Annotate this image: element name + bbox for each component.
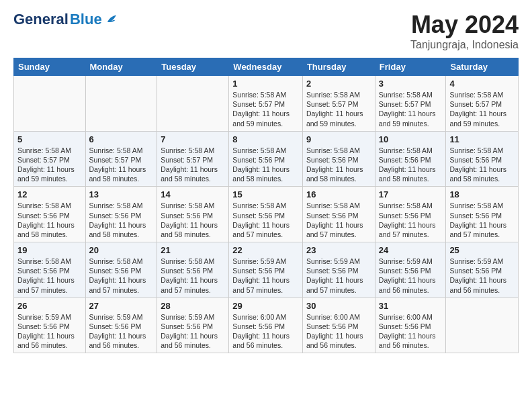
- table-row: 1Sunrise: 5:58 AMSunset: 5:57 PMDaylight…: [229, 76, 303, 132]
- calendar-header-row: Sunday Monday Tuesday Wednesday Thursday…: [14, 58, 519, 76]
- day-info: Sunrise: 5:59 AMSunset: 5:56 PMDaylight:…: [232, 257, 299, 295]
- day-number: 12: [17, 189, 82, 199]
- day-info: Sunrise: 5:58 AMSunset: 5:56 PMDaylight:…: [89, 257, 154, 295]
- day-info: Sunrise: 5:58 AMSunset: 5:56 PMDaylight:…: [17, 257, 82, 295]
- day-number: 5: [17, 134, 82, 144]
- table-row: 18Sunrise: 5:58 AMSunset: 5:56 PMDayligh…: [446, 187, 519, 242]
- day-info: Sunrise: 5:58 AMSunset: 5:56 PMDaylight:…: [449, 201, 515, 239]
- day-number: 15: [232, 189, 299, 199]
- day-info: Sunrise: 5:59 AMSunset: 5:56 PMDaylight:…: [449, 257, 515, 295]
- day-number: 1: [232, 79, 299, 89]
- table-row: 16Sunrise: 5:58 AMSunset: 5:56 PMDayligh…: [302, 187, 375, 242]
- col-saturday: Saturday: [446, 58, 519, 76]
- day-number: 28: [161, 301, 225, 311]
- day-info: Sunrise: 5:59 AMSunset: 5:56 PMDaylight:…: [379, 257, 443, 295]
- col-wednesday: Wednesday: [229, 58, 303, 76]
- day-number: 11: [449, 134, 515, 144]
- table-row: [14, 76, 86, 132]
- table-row: 5Sunrise: 5:58 AMSunset: 5:57 PMDaylight…: [14, 131, 86, 187]
- day-info: Sunrise: 5:58 AMSunset: 5:56 PMDaylight:…: [379, 146, 443, 184]
- day-info: Sunrise: 5:58 AMSunset: 5:57 PMDaylight:…: [306, 90, 371, 128]
- day-number: 26: [17, 301, 82, 311]
- calendar-week-row: 1Sunrise: 5:58 AMSunset: 5:57 PMDaylight…: [14, 76, 519, 132]
- day-info: Sunrise: 6:00 AMSunset: 5:56 PMDaylight:…: [379, 312, 443, 351]
- table-row: 13Sunrise: 5:58 AMSunset: 5:56 PMDayligh…: [85, 187, 157, 242]
- location: Tanjungraja, Indonesia: [410, 39, 519, 51]
- day-number: 16: [306, 189, 371, 199]
- day-number: 9: [306, 134, 371, 144]
- day-number: 29: [232, 301, 299, 311]
- col-tuesday: Tuesday: [157, 58, 229, 76]
- day-info: Sunrise: 5:58 AMSunset: 5:57 PMDaylight:…: [379, 90, 443, 128]
- table-row: [157, 76, 229, 132]
- col-friday: Friday: [375, 58, 446, 76]
- table-row: 9Sunrise: 5:58 AMSunset: 5:56 PMDaylight…: [302, 131, 375, 187]
- col-sunday: Sunday: [14, 58, 86, 76]
- logo-bird-icon: [103, 12, 118, 27]
- day-number: 8: [232, 134, 299, 144]
- day-info: Sunrise: 5:59 AMSunset: 5:56 PMDaylight:…: [17, 312, 82, 351]
- table-row: 28Sunrise: 5:59 AMSunset: 5:56 PMDayligh…: [157, 298, 229, 353]
- table-row: 19Sunrise: 5:58 AMSunset: 5:56 PMDayligh…: [14, 242, 86, 298]
- day-info: Sunrise: 5:59 AMSunset: 5:56 PMDaylight:…: [89, 312, 154, 351]
- day-number: 31: [379, 301, 443, 311]
- table-row: 7Sunrise: 5:58 AMSunset: 5:57 PMDaylight…: [157, 131, 229, 187]
- table-row: 27Sunrise: 5:59 AMSunset: 5:56 PMDayligh…: [85, 298, 157, 353]
- table-row: 20Sunrise: 5:58 AMSunset: 5:56 PMDayligh…: [85, 242, 157, 298]
- logo: General Blue: [13, 11, 118, 28]
- day-info: Sunrise: 5:58 AMSunset: 5:57 PMDaylight:…: [161, 146, 225, 184]
- day-info: Sunrise: 5:58 AMSunset: 5:57 PMDaylight:…: [449, 90, 515, 128]
- day-number: 20: [89, 245, 154, 255]
- table-row: 8Sunrise: 5:58 AMSunset: 5:56 PMDaylight…: [229, 131, 303, 187]
- table-row: 21Sunrise: 5:58 AMSunset: 5:56 PMDayligh…: [157, 242, 229, 298]
- col-monday: Monday: [85, 58, 157, 76]
- day-info: Sunrise: 5:58 AMSunset: 5:57 PMDaylight:…: [17, 146, 82, 184]
- table-row: 15Sunrise: 5:58 AMSunset: 5:56 PMDayligh…: [229, 187, 303, 242]
- day-number: 2: [306, 79, 371, 89]
- day-info: Sunrise: 5:58 AMSunset: 5:56 PMDaylight:…: [17, 201, 82, 239]
- calendar-week-row: 5Sunrise: 5:58 AMSunset: 5:57 PMDaylight…: [14, 131, 519, 187]
- table-row: 2Sunrise: 5:58 AMSunset: 5:57 PMDaylight…: [302, 76, 375, 132]
- day-info: Sunrise: 5:58 AMSunset: 5:56 PMDaylight:…: [449, 146, 515, 184]
- day-number: 4: [449, 79, 515, 89]
- table-row: 14Sunrise: 5:58 AMSunset: 5:56 PMDayligh…: [157, 187, 229, 242]
- day-number: 7: [161, 134, 225, 144]
- day-info: Sunrise: 5:58 AMSunset: 5:56 PMDaylight:…: [161, 257, 225, 295]
- day-info: Sunrise: 5:58 AMSunset: 5:57 PMDaylight:…: [89, 146, 154, 184]
- day-info: Sunrise: 5:58 AMSunset: 5:57 PMDaylight:…: [232, 90, 299, 128]
- day-info: Sunrise: 5:58 AMSunset: 5:56 PMDaylight:…: [306, 201, 371, 239]
- table-row: 25Sunrise: 5:59 AMSunset: 5:56 PMDayligh…: [446, 242, 519, 298]
- day-number: 18: [449, 189, 515, 199]
- table-row: 26Sunrise: 5:59 AMSunset: 5:56 PMDayligh…: [14, 298, 86, 353]
- title-block: May 2024 Tanjungraja, Indonesia: [410, 11, 519, 51]
- page-header: General Blue May 2024 Tanjungraja, Indon…: [13, 11, 519, 51]
- table-row: 4Sunrise: 5:58 AMSunset: 5:57 PMDaylight…: [446, 76, 519, 132]
- day-number: 25: [449, 245, 515, 255]
- logo-general: General: [13, 11, 69, 28]
- day-info: Sunrise: 5:58 AMSunset: 5:56 PMDaylight:…: [232, 146, 299, 184]
- day-info: Sunrise: 5:58 AMSunset: 5:56 PMDaylight:…: [379, 201, 443, 239]
- day-info: Sunrise: 6:00 AMSunset: 5:56 PMDaylight:…: [232, 312, 299, 351]
- day-info: Sunrise: 5:59 AMSunset: 5:56 PMDaylight:…: [306, 257, 371, 295]
- day-number: 19: [17, 245, 82, 255]
- table-row: 29Sunrise: 6:00 AMSunset: 5:56 PMDayligh…: [229, 298, 303, 353]
- calendar-table: Sunday Monday Tuesday Wednesday Thursday…: [13, 58, 519, 353]
- table-row: 31Sunrise: 6:00 AMSunset: 5:56 PMDayligh…: [375, 298, 446, 353]
- table-row: 10Sunrise: 5:58 AMSunset: 5:56 PMDayligh…: [375, 131, 446, 187]
- day-info: Sunrise: 5:58 AMSunset: 5:56 PMDaylight:…: [232, 201, 299, 239]
- day-info: Sunrise: 6:00 AMSunset: 5:56 PMDaylight:…: [306, 312, 371, 351]
- day-number: 3: [379, 79, 443, 89]
- table-row: 3Sunrise: 5:58 AMSunset: 5:57 PMDaylight…: [375, 76, 446, 132]
- day-info: Sunrise: 5:59 AMSunset: 5:56 PMDaylight:…: [161, 312, 225, 351]
- day-info: Sunrise: 5:58 AMSunset: 5:56 PMDaylight:…: [161, 201, 225, 239]
- day-number: 6: [89, 134, 154, 144]
- day-number: 24: [379, 245, 443, 255]
- table-row: 22Sunrise: 5:59 AMSunset: 5:56 PMDayligh…: [229, 242, 303, 298]
- day-number: 17: [379, 189, 443, 199]
- calendar-week-row: 19Sunrise: 5:58 AMSunset: 5:56 PMDayligh…: [14, 242, 519, 298]
- table-row: 11Sunrise: 5:58 AMSunset: 5:56 PMDayligh…: [446, 131, 519, 187]
- col-thursday: Thursday: [302, 58, 375, 76]
- month-title: May 2024: [410, 11, 519, 39]
- day-number: 27: [89, 301, 154, 311]
- table-row: 30Sunrise: 6:00 AMSunset: 5:56 PMDayligh…: [302, 298, 375, 353]
